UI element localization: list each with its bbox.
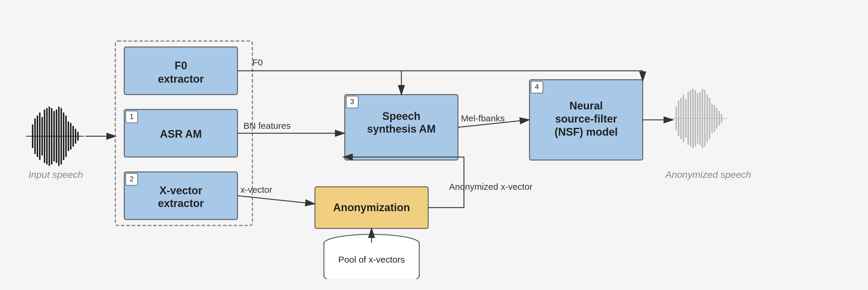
input-speech-label: Input speech xyxy=(28,169,83,180)
neural-nsf-label-1: Neural xyxy=(569,100,602,112)
xvector-label: x-vector xyxy=(241,185,272,194)
bn-features-label: BN features xyxy=(243,121,290,131)
asr-am-number: 1 xyxy=(130,112,133,120)
anonymization-label: Anonymization xyxy=(333,202,410,214)
mel-fbanks-label: Mel-fbanks xyxy=(461,113,505,123)
xvector-label-2: extractor xyxy=(158,197,204,209)
neural-nsf-label-2: source-filter xyxy=(555,113,617,125)
f0-extractor-label-2: extractor xyxy=(158,73,204,85)
f0-label: F0 xyxy=(252,58,263,67)
asr-am-label: ASR AM xyxy=(160,128,202,140)
diagram-container: Input speech F0 extractor 1 ASR AM 2 X-v… xyxy=(17,11,851,279)
anonymized-speech-label: Anonymized speech xyxy=(664,169,751,180)
anonymized-xvector-label: Anonymized x-vector xyxy=(449,182,532,191)
neural-nsf-number: 4 xyxy=(535,83,539,91)
f0-extractor-label-1: F0 xyxy=(174,60,187,72)
speech-synthesis-label-1: Speech xyxy=(382,110,420,122)
neural-nsf-label-3: (NSF) model xyxy=(555,126,618,138)
speech-synthesis-label-2: synthesis AM xyxy=(367,123,436,135)
xvector-number: 2 xyxy=(130,175,133,183)
pool-label: Pool of x-vectors xyxy=(338,255,405,264)
xvector-label-1: X-vector xyxy=(159,184,202,196)
speech-synthesis-number: 3 xyxy=(350,98,354,106)
